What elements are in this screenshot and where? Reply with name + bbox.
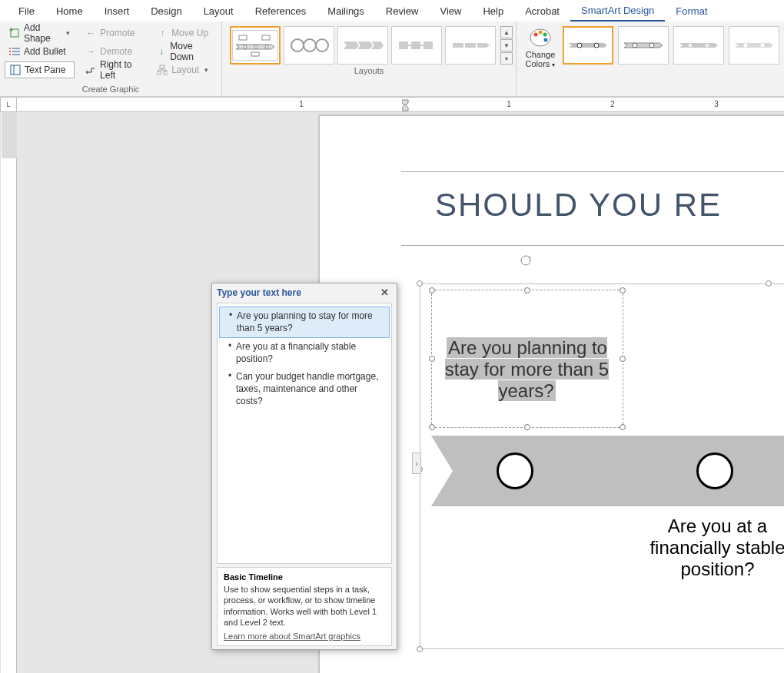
layout-expand[interactable]: ▾	[500, 52, 513, 65]
svg-point-22	[265, 45, 268, 48]
text-pane-body[interactable]: Are you planning to stay for more than 5…	[217, 303, 392, 564]
change-colors-button[interactable]: Change Colors ▾	[523, 26, 558, 69]
resize-handle[interactable]	[766, 280, 772, 287]
layout-thumb-5[interactable]	[445, 26, 496, 65]
ruler-corner[interactable]: L	[0, 97, 17, 112]
resize-handle[interactable]	[417, 280, 423, 287]
smartart-object[interactable]: Are you planning to stay for more than 5…	[420, 283, 784, 649]
right-to-left-button[interactable]: Right to Left	[81, 61, 146, 78]
resize-handle[interactable]	[524, 424, 530, 430]
text-pane-popup: Type your text here ✕ Are you planning t…	[211, 283, 397, 650]
resize-handle[interactable]	[429, 424, 435, 430]
add-shape-button[interactable]: Add Shape ▾	[5, 25, 75, 41]
svg-point-26	[316, 39, 328, 51]
move-up-label: Move Up	[171, 28, 208, 38]
layout-thumb-4[interactable]	[391, 26, 442, 65]
text-pane-header: Type your text here ✕	[212, 283, 397, 301]
ruler-area: L 1 1 2 3	[0, 97, 784, 112]
resize-handle[interactable]	[620, 356, 626, 362]
svg-rect-28	[411, 41, 420, 49]
demote-label: Demote	[100, 46, 132, 57]
move-up-icon: ↑	[157, 28, 168, 38]
tab-mailings[interactable]: Mailings	[317, 2, 375, 21]
close-icon[interactable]: ✕	[377, 287, 392, 298]
text-pane-title: Type your text here	[217, 287, 301, 298]
tab-references[interactable]: References	[244, 2, 317, 21]
add-bullet-button[interactable]: Add Bullet	[5, 43, 75, 60]
resize-handle[interactable]	[620, 287, 626, 293]
vertical-ruler[interactable]	[0, 112, 17, 673]
layout-gallery-spin: ▲ ▼ ▾	[500, 26, 513, 65]
tab-design[interactable]: Design	[140, 2, 192, 21]
text-pane-item[interactable]: Can your budget handle mortgage, taxes, …	[219, 368, 390, 410]
text-pane-label: Text Pane	[25, 65, 65, 75]
style-thumb-2[interactable]	[618, 26, 669, 65]
text-pane-icon	[10, 65, 21, 75]
resize-handle[interactable]	[620, 424, 626, 430]
style-thumb-1[interactable]	[563, 26, 613, 65]
svg-point-21	[254, 45, 257, 48]
tab-help[interactable]: Help	[472, 2, 514, 21]
resize-handle[interactable]	[417, 646, 423, 652]
rotate-handle-icon[interactable]	[520, 254, 532, 267]
text-pane-item[interactable]: Are you planning to stay for more than 5…	[219, 307, 390, 338]
dropdown-icon: ▾	[66, 29, 70, 37]
layout-thumb-3[interactable]	[337, 26, 388, 65]
resize-handle[interactable]	[524, 287, 530, 293]
move-down-icon: ↓	[157, 46, 166, 57]
smartart-text-1[interactable]: Are you planning to stay for more than 5…	[440, 337, 613, 402]
tab-layout[interactable]: Layout	[193, 2, 244, 21]
text-pane-button[interactable]: Text Pane	[5, 61, 75, 78]
promote-button: ← Promote	[81, 25, 146, 41]
tab-view[interactable]: View	[429, 2, 472, 21]
svg-point-6	[9, 48, 11, 49]
layout-scroll-down[interactable]: ▼	[500, 39, 513, 51]
layout-scroll-up[interactable]: ▲	[500, 26, 513, 38]
tab-smartart-design[interactable]: SmartArt Design	[570, 1, 665, 22]
svg-point-25	[304, 39, 316, 51]
svg-point-24	[291, 39, 304, 51]
create-graphic-group-label: Create Graphic	[0, 83, 221, 96]
resize-handle[interactable]	[429, 287, 435, 293]
svg-point-45	[744, 44, 748, 48]
svg-rect-9	[11, 65, 20, 75]
tab-format[interactable]: Format	[665, 2, 718, 21]
menu-bar: File Home Insert Design Layout Reference…	[0, 0, 784, 22]
layout-thumb-1[interactable]	[230, 26, 281, 65]
resize-handle[interactable]	[429, 356, 435, 362]
smartart-text-2[interactable]: Are you at a financially stable position…	[631, 516, 784, 580]
ribbon: Add Shape ▾ Add Bullet Text Pane ←	[0, 22, 784, 97]
svg-rect-29	[424, 41, 433, 49]
style-thumb-3[interactable]	[673, 26, 724, 65]
timeline-node-2[interactable]	[696, 453, 733, 489]
text-pane-footer-title: Basic Timeline	[224, 572, 385, 582]
text-pane-learn-more-link[interactable]: Learn more about SmartArt graphics	[224, 632, 385, 641]
layout-thumb-2[interactable]	[284, 26, 334, 65]
tab-insert[interactable]: Insert	[94, 2, 141, 21]
layout-label: Layout	[171, 65, 199, 75]
svg-rect-19	[262, 35, 270, 40]
svg-point-44	[706, 44, 709, 48]
right-to-left-label: Right to Left	[100, 59, 141, 81]
text-pane-item[interactable]: Are you at a financially stable position…	[219, 338, 390, 368]
promote-icon: ←	[85, 28, 96, 38]
timeline-node-1[interactable]	[497, 453, 533, 489]
page-title[interactable]: SHOULD YOU RE	[435, 187, 722, 224]
svg-point-35	[534, 33, 538, 37]
ruler-tick: 1	[507, 100, 511, 108]
move-down-label: Move Down	[170, 41, 212, 62]
layout-icon	[157, 65, 168, 75]
tab-file[interactable]: File	[8, 2, 45, 21]
move-up-button: ↑ Move Up	[152, 25, 217, 41]
style-thumb-4[interactable]	[729, 26, 779, 65]
document-canvas[interactable]: SHOULD YOU RE Are you planning to st	[17, 112, 784, 673]
textpane-toggle[interactable]: ›	[412, 453, 421, 474]
tab-acrobat[interactable]: Acrobat	[514, 2, 570, 21]
move-down-button[interactable]: ↓ Move Down	[152, 43, 217, 60]
horizontal-ruler[interactable]: 1 1 2 3	[17, 97, 784, 112]
svg-point-20	[244, 45, 247, 48]
svg-rect-32	[453, 43, 463, 48]
tab-home[interactable]: Home	[45, 2, 94, 21]
tab-review[interactable]: Review	[375, 2, 430, 21]
right-to-left-icon	[85, 65, 96, 75]
